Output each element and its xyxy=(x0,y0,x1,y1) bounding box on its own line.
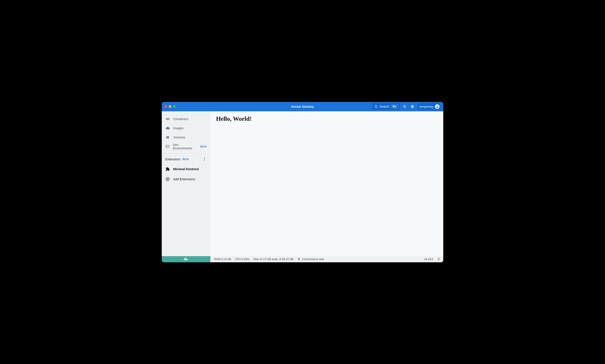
sidebar-item-images[interactable]: Images xyxy=(162,124,210,133)
search-label: Search xyxy=(379,105,389,108)
status-disk: Disk 47.17 GB avail. of 58.37 GB xyxy=(253,258,293,261)
sidebar-item-volumes[interactable]: Volumes xyxy=(162,133,210,142)
status-version: v4.15.0 xyxy=(424,258,433,261)
svg-point-6 xyxy=(204,159,205,159)
extensions-header: Extensions BETA xyxy=(162,155,210,164)
svg-point-5 xyxy=(204,158,205,158)
sidebar-item-label: Images xyxy=(173,126,184,130)
svg-rect-17 xyxy=(186,258,186,258)
svg-point-2 xyxy=(437,105,438,106)
user-name: benjaming xyxy=(420,105,433,108)
statusbar-info: RAM 0.13 GB CPU 0.25% Disk 47.17 GB avai… xyxy=(210,256,443,262)
status-ram: RAM 0.13 GB xyxy=(214,258,231,261)
add-extensions-button[interactable]: Add Extensions xyxy=(162,174,210,184)
settings-button[interactable] xyxy=(410,104,415,109)
feedback-button[interactable] xyxy=(437,258,440,261)
beta-badge: BETA xyxy=(200,145,207,148)
beta-badge: BETA xyxy=(182,158,189,161)
search-button[interactable]: Search ⌘K xyxy=(372,103,400,110)
lightbulb-icon xyxy=(437,258,440,261)
sidebar: Containers Images Volumes Dev Environmen… xyxy=(162,111,210,256)
app-window: Docker Desktop Search ⌘K benjaming xyxy=(162,102,443,262)
extensions-more-button[interactable] xyxy=(202,157,207,162)
plus-circle-icon xyxy=(165,177,170,182)
cloud-icon xyxy=(165,126,170,130)
titlebar: Docker Desktop Search ⌘K benjaming xyxy=(162,102,443,111)
containers-icon xyxy=(165,117,170,121)
svg-rect-18 xyxy=(186,257,186,258)
statusbar: RAM 0.13 GB CPU 0.25% Disk 47.17 GB avai… xyxy=(162,256,443,262)
user-avatar-icon xyxy=(435,104,440,109)
plug-icon xyxy=(297,258,300,261)
sidebar-item-dev-environments[interactable]: Dev Environments BETA xyxy=(162,142,210,151)
svg-rect-12 xyxy=(185,259,185,259)
sidebar-item-containers[interactable]: Containers xyxy=(162,114,210,124)
extension-item-label: Minimal frontend xyxy=(173,167,199,171)
add-extensions-label: Add Extensions xyxy=(173,177,195,181)
svg-rect-16 xyxy=(185,258,186,258)
bug-icon xyxy=(403,104,407,108)
sidebar-item-label: Containers xyxy=(173,117,188,121)
sidebar-item-label: Dev Environments xyxy=(173,143,197,150)
whale-icon xyxy=(183,257,189,261)
volumes-icon xyxy=(165,135,170,140)
extension-item-minimal-frontend[interactable]: Minimal frontend xyxy=(162,164,210,174)
svg-rect-11 xyxy=(184,259,184,259)
svg-point-0 xyxy=(375,105,377,107)
app-title: Docker Desktop xyxy=(291,105,314,108)
main-content: Hello, World! xyxy=(210,111,443,256)
svg-rect-15 xyxy=(185,258,185,258)
svg-line-1 xyxy=(377,107,377,108)
account-button[interactable]: benjaming xyxy=(417,103,441,110)
search-shortcut: ⌘K xyxy=(391,104,398,108)
page-heading: Hello, World! xyxy=(216,115,438,122)
sidebar-item-label: Volumes xyxy=(173,136,185,139)
svg-rect-3 xyxy=(166,136,169,137)
window-controls xyxy=(164,105,176,108)
app-body: Containers Images Volumes Dev Environmen… xyxy=(162,111,443,256)
gear-icon xyxy=(410,104,414,108)
more-vertical-icon xyxy=(202,157,206,161)
svg-rect-14 xyxy=(186,259,186,259)
status-cpu: CPU 0.25% xyxy=(235,258,249,261)
svg-rect-4 xyxy=(166,137,169,138)
dev-env-icon xyxy=(165,144,170,149)
svg-point-7 xyxy=(204,160,205,161)
extensions-header-label: Extensions xyxy=(165,157,180,161)
svg-rect-13 xyxy=(185,259,186,259)
status-connection: Connected to Hub xyxy=(297,258,324,261)
docker-status[interactable] xyxy=(162,256,210,262)
extension-icon xyxy=(165,167,170,171)
titlebar-right: Search ⌘K benjaming xyxy=(372,103,441,110)
close-window-button[interactable] xyxy=(164,105,167,108)
divider xyxy=(162,153,210,154)
maximize-window-button[interactable] xyxy=(173,105,176,108)
status-connection-label: Connected to Hub xyxy=(302,258,324,261)
troubleshoot-button[interactable] xyxy=(402,104,407,109)
minimize-window-button[interactable] xyxy=(169,105,171,108)
search-icon xyxy=(374,105,378,108)
